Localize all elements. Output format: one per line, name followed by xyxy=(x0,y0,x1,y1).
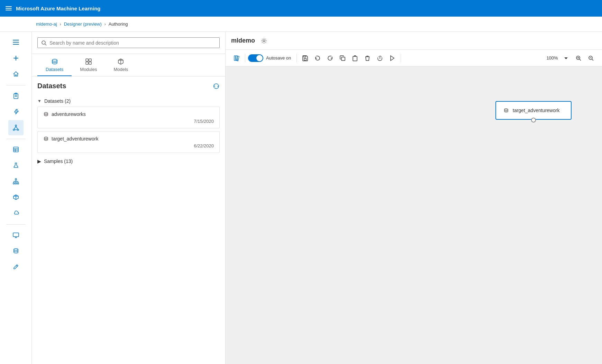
canvas-area: mldemo xyxy=(226,32,602,364)
svg-rect-4 xyxy=(13,42,19,43)
main-layout: Datasets Modules xyxy=(0,32,602,364)
svg-rect-3 xyxy=(13,40,19,40)
dataset-name-adventureworks: adventureworks xyxy=(52,111,86,117)
datasets-group-header[interactable]: ▼ Datasets (2) xyxy=(37,95,220,107)
tabs: Datasets Modules xyxy=(32,54,225,76)
svg-point-50 xyxy=(263,40,265,42)
svg-marker-60 xyxy=(564,57,568,59)
dataset-item-adventureworks[interactable]: adventureworks 7/15/2020 xyxy=(37,107,220,128)
search-container xyxy=(32,32,225,54)
hamburger-icon[interactable] xyxy=(8,35,24,50)
datasets-tab-icon xyxy=(51,57,58,65)
canvas-node-target[interactable]: target_adventurework xyxy=(495,101,572,120)
content-panel: Datasets Modules xyxy=(32,32,226,364)
copy-button[interactable] xyxy=(337,53,348,64)
svg-rect-1 xyxy=(6,8,12,9)
sidebar xyxy=(0,32,32,364)
save-button[interactable] xyxy=(300,53,311,64)
dataset-date-target: 6/22/2020 xyxy=(43,143,214,148)
zoom-dropdown-button[interactable] xyxy=(560,53,572,64)
toolbar-sep-3 xyxy=(401,54,401,62)
app-title: Microsoft Azure Machine Learning xyxy=(16,6,100,11)
tab-datasets[interactable]: Datasets xyxy=(37,54,72,76)
toolbar-sep-2 xyxy=(297,54,297,62)
samples-chevron-right: ▶ xyxy=(37,158,41,164)
dataset-item-target[interactable]: target_adventurework 6/22/2020 xyxy=(37,131,220,153)
delete-button[interactable] xyxy=(362,53,373,64)
paste-button[interactable] xyxy=(349,53,361,64)
breadcrumb-bar: mldemo-aj › Designer (preview) › Authori… xyxy=(0,17,602,32)
svg-rect-42 xyxy=(86,59,88,61)
samples-group-label: Samples (13) xyxy=(44,158,73,164)
library-button[interactable] xyxy=(231,53,242,64)
add-icon[interactable] xyxy=(8,51,24,66)
zoom-value: 100% xyxy=(545,55,559,61)
dataset-name-target: target_adventurework xyxy=(52,136,98,142)
svg-rect-53 xyxy=(304,58,306,61)
pipeline-settings-button[interactable] xyxy=(261,37,267,44)
refresh-button[interactable] xyxy=(213,82,220,89)
flask-icon[interactable] xyxy=(8,158,24,173)
svg-rect-8 xyxy=(14,94,18,99)
canvas-workspace[interactable]: target_adventurework xyxy=(226,66,602,364)
canvas-toolbar: mldemo xyxy=(226,32,602,50)
table-icon[interactable] xyxy=(8,142,24,157)
dataset-db-icon-1 xyxy=(43,111,49,117)
run-button[interactable] xyxy=(387,53,398,64)
redo-button[interactable] xyxy=(325,53,336,64)
lightning-icon[interactable] xyxy=(8,104,24,119)
clipboard-icon[interactable] xyxy=(8,88,24,103)
svg-point-13 xyxy=(13,129,15,130)
autosave-label: Autosave on xyxy=(266,55,291,61)
pan-button[interactable] xyxy=(374,53,385,64)
tab-modules[interactable]: Modules xyxy=(72,54,105,76)
tab-models[interactable]: Models xyxy=(105,54,136,76)
edit-icon[interactable] xyxy=(8,259,24,274)
svg-rect-5 xyxy=(13,44,19,45)
models-tab-icon xyxy=(117,57,125,65)
svg-rect-43 xyxy=(89,59,91,61)
svg-point-49 xyxy=(44,137,48,138)
breadcrumb-authoring: Authoring xyxy=(109,21,128,27)
svg-rect-7 xyxy=(13,58,18,58)
cube-icon[interactable] xyxy=(8,190,24,205)
autosave-toggle[interactable] xyxy=(248,54,263,62)
network-icon[interactable] xyxy=(8,120,24,135)
svg-line-66 xyxy=(592,59,593,61)
svg-rect-45 xyxy=(89,62,91,64)
svg-rect-18 xyxy=(13,147,18,152)
svg-line-15 xyxy=(14,126,16,129)
database-icon[interactable] xyxy=(8,243,24,258)
home-icon[interactable] xyxy=(8,66,24,82)
cloud-icon[interactable] xyxy=(8,206,24,221)
svg-point-39 xyxy=(42,41,45,44)
canvas-node-icon xyxy=(503,107,509,113)
breadcrumb-sep-2: › xyxy=(104,22,106,27)
search-box[interactable] xyxy=(37,37,220,48)
svg-rect-23 xyxy=(15,179,17,180)
samples-group-header[interactable]: ▶ Samples (13) xyxy=(37,156,220,167)
hamburger-icon[interactable] xyxy=(6,5,12,11)
breadcrumb-designer[interactable]: Designer (preview) xyxy=(64,21,102,27)
svg-rect-25 xyxy=(15,183,17,184)
datasets-header: Datasets xyxy=(37,82,220,90)
search-input[interactable] xyxy=(49,40,216,46)
svg-rect-54 xyxy=(304,56,306,57)
svg-rect-24 xyxy=(13,183,15,184)
monitor-icon[interactable] xyxy=(8,227,24,243)
undo-button[interactable] xyxy=(312,53,323,64)
dataset-date-adventureworks: 7/15/2020 xyxy=(43,119,214,124)
breadcrumb-mldemo[interactable]: mldemo-aj xyxy=(36,21,57,27)
svg-point-14 xyxy=(17,129,19,130)
node-output-connector[interactable] xyxy=(531,118,536,122)
svg-point-48 xyxy=(44,112,48,114)
group-chevron-down: ▼ xyxy=(37,99,42,103)
canvas-toolbar-2: Autosave on xyxy=(226,50,602,66)
zoom-out-button[interactable] xyxy=(585,53,596,64)
dataset-db-icon-2 xyxy=(43,136,49,142)
breadcrumb-sep-1: › xyxy=(60,22,61,27)
svg-rect-34 xyxy=(13,233,19,237)
hierarchy-icon[interactable] xyxy=(8,174,24,189)
zoom-in-button[interactable] xyxy=(573,53,584,64)
toolbar-sep-1 xyxy=(245,54,245,62)
